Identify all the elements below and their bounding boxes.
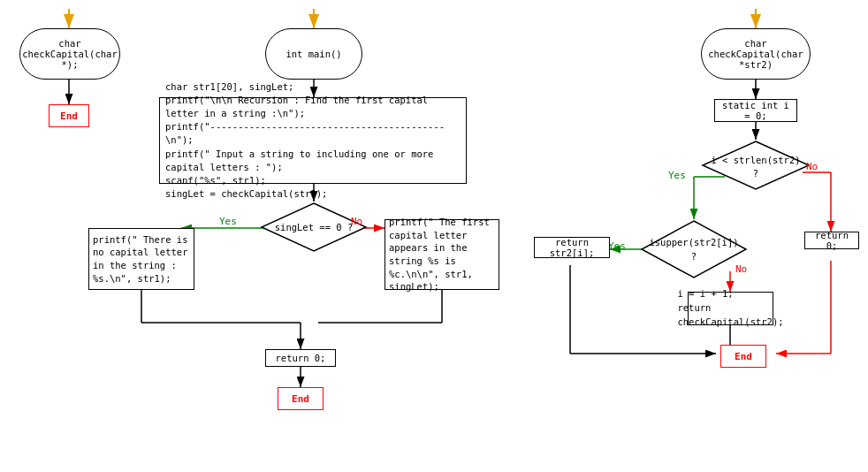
strlen-diamond: i < strlen(str2) ?	[701, 140, 811, 191]
svg-marker-37	[642, 221, 746, 278]
yes-box-text: printf(" There is no capital letter in t…	[93, 233, 190, 285]
svg-marker-34	[703, 141, 809, 189]
right-end-box: End	[720, 345, 766, 368]
main-code-text: char str1[20], singLet; printf("\n\n Rec…	[165, 80, 461, 202]
isupper-yes-label: Yes	[608, 240, 626, 252]
isupper-diamond: isupper(str2[i]) ?	[640, 219, 748, 279]
left-end-box: End	[49, 104, 89, 127]
no-box: printf(" The first capital letter appear…	[385, 219, 499, 290]
yes-box: printf(" There is no capital letter in t…	[88, 228, 194, 290]
static-int-box: static int i = 0;	[714, 99, 797, 122]
svg-text:singLet == 0 ?: singLet == 0 ?	[275, 222, 354, 232]
main-code-box: char str1[20], singLet; printf("\n\n Rec…	[159, 97, 467, 184]
recurse-box: i = i + 1;return checkCapital(str2);	[688, 292, 773, 325]
svg-text:isupper(str2[i]): isupper(str2[i])	[649, 237, 738, 247]
main-end-box: End	[278, 387, 324, 410]
isupper-no-label: No	[735, 263, 747, 275]
svg-text:?: ?	[753, 168, 758, 179]
recurse-text: i = i + 1;return checkCapital(str2);	[677, 287, 783, 329]
strlen-no-label: No	[806, 161, 818, 172]
strlen-yes-label: Yes	[668, 170, 686, 181]
main-start-oval: int main()	[265, 28, 362, 80]
left-start-label: char checkCapital(char *);	[22, 38, 117, 70]
singlet-yes-label: Yes	[219, 216, 237, 227]
singlet-diamond: singLet == 0 ?	[260, 202, 368, 253]
no-box-text: printf(" The first capital letter appear…	[389, 216, 495, 293]
singlet-no-label: No	[351, 216, 362, 227]
main-return-box: return 0;	[265, 349, 336, 367]
return-str-box: return str2[i];	[534, 237, 610, 258]
right-start-oval: char checkCapital(char *str2)	[701, 28, 811, 80]
svg-text:i < strlen(str2): i < strlen(str2)	[711, 155, 800, 165]
left-start-oval: char checkCapital(char *);	[19, 28, 120, 80]
svg-text:?: ?	[691, 251, 697, 262]
right-start-label: char checkCapital(char *str2)	[705, 38, 806, 70]
main-start-label: int main()	[286, 49, 341, 59]
